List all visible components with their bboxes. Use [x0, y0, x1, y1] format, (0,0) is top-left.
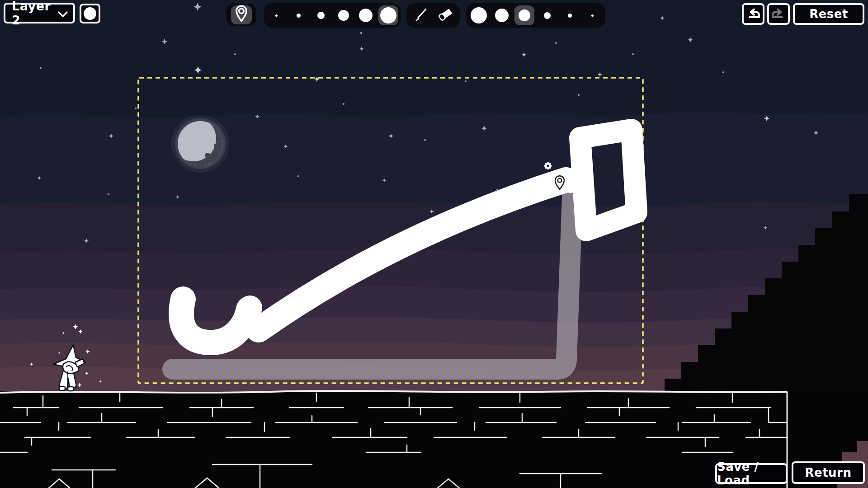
reset-button-label: Reset: [809, 7, 848, 21]
brush-tool-button[interactable]: [410, 5, 431, 26]
stamp-size-dot: [519, 9, 530, 21]
brush-size-dot: [380, 7, 396, 23]
brush-size-option-1[interactable]: [266, 5, 286, 25]
eraser-icon: [437, 6, 454, 24]
gear-icon[interactable]: [544, 162, 552, 169]
save-load-button-label: Save / Load: [717, 460, 786, 487]
stamp-size-dot: [495, 9, 509, 22]
undo-arrow-icon: [745, 7, 761, 21]
brush-size-option-3[interactable]: [311, 5, 331, 25]
redo-button[interactable]: [767, 3, 790, 25]
layer-dropdown-value: Layer 2: [12, 0, 58, 27]
brush-size-option-5[interactable]: [356, 5, 376, 25]
stamp-size-option-2[interactable]: [492, 5, 512, 25]
stamp-size-option-3[interactable]: [514, 5, 534, 25]
brush-size-option-4[interactable]: [334, 5, 354, 25]
brush-size-dot: [297, 14, 301, 18]
save-load-button[interactable]: Save / Load: [715, 463, 788, 484]
brush-size-dot: [338, 10, 349, 21]
moon: [171, 115, 229, 173]
brush-size-dot: [275, 14, 278, 17]
return-button-label: Return: [805, 466, 852, 479]
brush-size-dot: [359, 9, 373, 22]
pin-tool-button[interactable]: [226, 4, 256, 26]
undo-button[interactable]: [742, 3, 764, 25]
pin-icon: [235, 5, 248, 25]
draw-tools-toolbar: [406, 3, 460, 28]
chevron-down-icon: [58, 6, 68, 20]
brush-size-toolbar: [264, 3, 401, 28]
level-editor-screen: Layer 2: [0, 0, 868, 488]
active-color-swatch[interactable]: [80, 4, 100, 23]
layer-dropdown[interactable]: Layer 2: [4, 3, 75, 23]
brush-size-option-2[interactable]: [289, 5, 309, 25]
redo-arrow-icon: [771, 7, 786, 21]
stamp-size-dot: [591, 14, 594, 17]
eraser-tool-button[interactable]: [435, 5, 456, 26]
stamp-size-dot: [568, 14, 572, 18]
brush-size-option-6[interactable]: [378, 5, 398, 25]
brush-icon: [413, 6, 429, 24]
pin-tool-selected-highlight: [231, 5, 252, 24]
return-button[interactable]: Return: [792, 461, 865, 484]
stamp-size-option-6[interactable]: [583, 5, 603, 25]
stamp-size-dot: [544, 12, 551, 19]
reset-button[interactable]: Reset: [793, 3, 864, 25]
color-swatch-circle: [84, 7, 96, 20]
stamp-size-dot: [471, 7, 487, 23]
stamp-size-option-4[interactable]: [537, 5, 557, 25]
brush-size-dot: [317, 12, 325, 19]
stamp-size-option-1[interactable]: [469, 5, 489, 25]
stamp-size-toolbar: [466, 3, 605, 28]
stamp-size-option-5[interactable]: [560, 5, 580, 25]
